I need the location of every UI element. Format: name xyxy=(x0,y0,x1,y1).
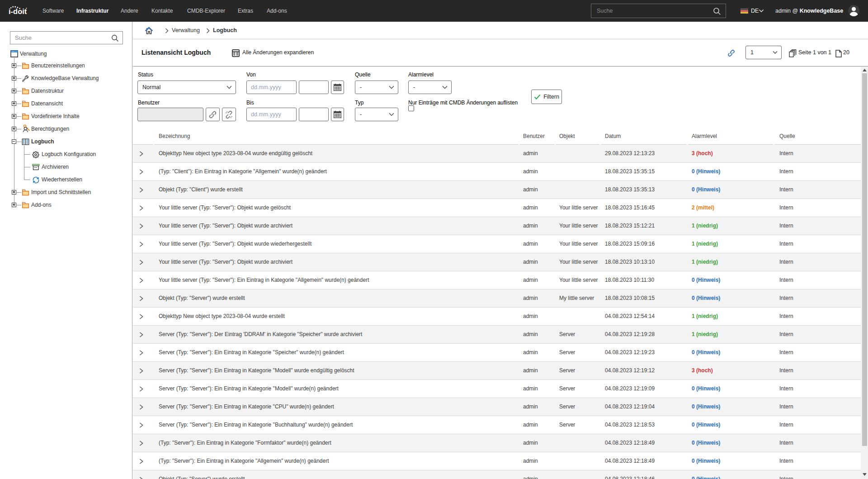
svg-text:i-doit: i-doit xyxy=(9,7,27,15)
